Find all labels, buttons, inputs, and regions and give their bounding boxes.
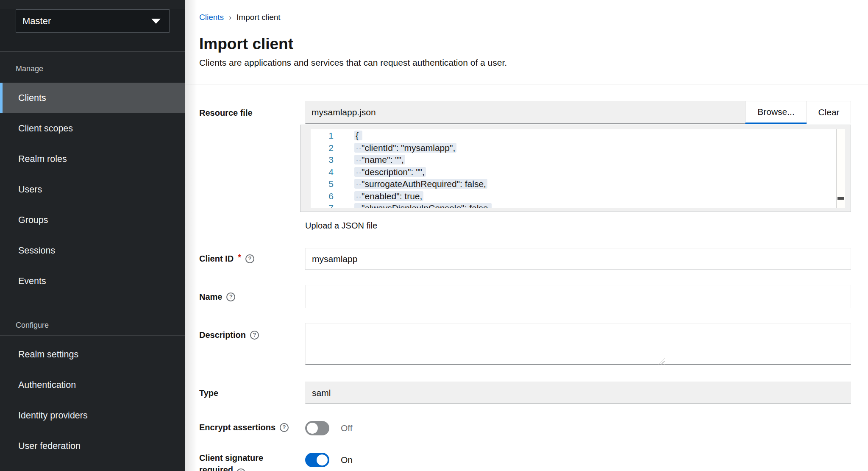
file-upload-group: Browse... Clear: [305, 101, 851, 124]
name-input[interactable]: [305, 285, 851, 308]
help-icon[interactable]: ?: [236, 468, 245, 471]
nav-section-configure: Configure Realm settings Authentication: [0, 321, 185, 461]
label-text: Resource file: [199, 107, 253, 119]
editor-line: 1 {: [311, 130, 845, 142]
sidebar-item-label: Clients: [18, 93, 46, 103]
divider: [0, 335, 185, 336]
label-text: Client signature required: [199, 453, 263, 471]
sidebar-item-label: Events: [18, 276, 46, 287]
line-number: 5: [311, 178, 334, 190]
editor-scrollbar[interactable]: [836, 129, 845, 208]
whitespace-dots: ··: [356, 155, 362, 164]
sidebar-item-label: Users: [18, 184, 42, 195]
page-header: Clients › Import client Import client Cl…: [185, 0, 868, 84]
nav-section-title-configure: Configure: [16, 321, 185, 330]
client-id-input[interactable]: [305, 248, 851, 270]
required-asterisk: *: [238, 251, 241, 263]
editor-line: 7 ··"alwaysDisplayInConsole": false,: [311, 202, 845, 208]
help-icon[interactable]: ?: [280, 423, 289, 432]
breadcrumb: Clients › Import client: [199, 13, 281, 22]
sidebar-item-label: Authentication: [18, 380, 76, 390]
sidebar-item-client-scopes[interactable]: Client scopes: [0, 113, 185, 144]
sidebar-item-events[interactable]: Events: [0, 266, 185, 296]
label-text: Type: [199, 387, 218, 399]
editor-line: 3 ··"name": "",: [311, 154, 845, 166]
nav-section-title-manage: Manage: [16, 64, 185, 73]
switch-knob: [317, 454, 328, 465]
sidebar-item-label: Realm settings: [18, 349, 78, 360]
line-number: 2: [311, 142, 334, 154]
encrypt-assertions-toggle[interactable]: [305, 421, 329, 435]
switch-knob: [307, 423, 318, 434]
nav-list-manage: Clients Client scopes Realm roles Users: [0, 83, 185, 296]
description-label: Description ?: [199, 329, 259, 341]
label-text: Encrypt assertions: [199, 421, 275, 433]
sidebar-item-authentication[interactable]: Authentication: [0, 370, 185, 400]
sidebar-item-realm-roles[interactable]: Realm roles: [0, 144, 185, 174]
scrollbar-thumb[interactable]: [837, 197, 844, 200]
toggle-state-label: Off: [341, 423, 353, 433]
help-icon[interactable]: ?: [226, 293, 235, 301]
name-label: Name ?: [199, 291, 235, 303]
code-highlight: ··"name": "",: [354, 155, 405, 164]
sidebar-item-clients[interactable]: Clients: [0, 83, 185, 113]
editor-line: 6 ··"enabled": true,: [311, 190, 845, 203]
label-text: Description: [199, 329, 246, 341]
sidebar-item-label: Groups: [18, 215, 48, 226]
nav-list-configure: Realm settings Authentication Identity p…: [0, 339, 185, 461]
editor-line: 5 ··"surrogateAuthRequired": false,: [311, 178, 845, 190]
json-editor[interactable]: 1 { 2 ··"clientId": "mysamlapp", 3 ··"na…: [300, 125, 851, 212]
code-highlight: ··"clientId": "mysamlapp",: [354, 143, 456, 153]
resource-file-label: Resource file: [199, 107, 253, 119]
sidebar-item-sessions[interactable]: Sessions: [0, 235, 185, 266]
sidebar: Master Manage Clients Client scopes: [0, 0, 185, 471]
toggle-state-label: On: [341, 455, 353, 465]
line-number: 3: [311, 154, 334, 166]
sidebar-item-groups[interactable]: Groups: [0, 205, 185, 235]
description-input[interactable]: [305, 323, 851, 365]
sidebar-item-realm-settings[interactable]: Realm settings: [0, 339, 185, 370]
breadcrumb-link-clients[interactable]: Clients: [199, 13, 224, 22]
whitespace-dots: ··: [356, 179, 362, 189]
encrypt-assertions-control: Off: [305, 421, 353, 435]
type-input[interactable]: [305, 382, 851, 404]
code-text: "surrogateAuthRequired": false,: [362, 179, 486, 189]
code-text: {: [356, 131, 361, 140]
sidebar-item-label: User federation: [18, 441, 81, 451]
sidebar-item-identity-providers[interactable]: Identity providers: [0, 400, 185, 431]
label-text: Client ID: [199, 253, 234, 265]
line-number: 7: [311, 202, 334, 208]
chevron-down-icon: [151, 19, 161, 24]
page-subtitle: Clients are applications and services th…: [199, 58, 507, 68]
code-highlight: ··"enabled": true,: [354, 191, 423, 201]
resource-file-input[interactable]: [305, 101, 745, 124]
realm-name: Master: [22, 16, 51, 27]
help-icon[interactable]: ?: [245, 254, 254, 263]
realm-selector[interactable]: Master: [16, 9, 170, 33]
realm-selector-area: Master: [0, 9, 185, 52]
line-number: 6: [311, 190, 334, 203]
encrypt-assertions-label: Encrypt assertions ?: [199, 421, 289, 433]
sidebar-item-user-federation[interactable]: User federation: [0, 431, 185, 461]
code-text: "clientId": "mysamlapp",: [362, 143, 455, 153]
code-highlight: ··"surrogateAuthRequired": false,: [354, 179, 487, 189]
editor-line: 2 ··"clientId": "mysamlapp",: [311, 142, 845, 154]
main-content: Clients › Import client Import client Cl…: [185, 0, 868, 471]
divider: [0, 79, 185, 79]
browse-button[interactable]: Browse...: [745, 101, 807, 124]
code-highlight: ··"alwaysDisplayInConsole": false,: [354, 203, 492, 208]
nav-section-manage: Manage Clients Client scopes Real: [0, 64, 185, 296]
code-text: "description": "",: [362, 167, 425, 177]
code-highlight: {: [354, 131, 362, 140]
sidebar-item-label: Identity providers: [18, 410, 88, 421]
client-signature-required-toggle[interactable]: [305, 453, 329, 467]
client-signature-required-control: On: [305, 453, 353, 467]
help-icon[interactable]: ?: [250, 331, 259, 340]
clear-button[interactable]: Clear: [807, 101, 851, 124]
sidebar-item-label: Realm roles: [18, 154, 67, 164]
sidebar-item-users[interactable]: Users: [0, 174, 185, 205]
editor-lines: 1 { 2 ··"clientId": "mysamlapp", 3 ··"na…: [311, 129, 845, 208]
page: Master Manage Clients Client scopes: [0, 0, 868, 471]
sidebar-nav: Manage Clients Client scopes Real: [0, 64, 185, 461]
line-number: 1: [311, 130, 334, 142]
